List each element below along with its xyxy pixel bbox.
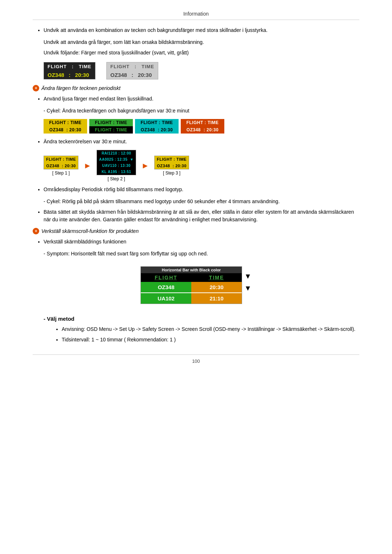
flight-light-data: OZ348 : 20:30 [107,71,158,79]
italic-note-2-text: Verkställ skärmscroll-funktion för produ… [41,228,139,234]
valj-item-2: Tidsintervall: 1 ~ 10 timmar ( Rekommend… [62,336,359,344]
hbar-col1-header: FLIGHT [141,273,191,282]
arrow-1: ► [83,161,91,171]
list-item-5: Bästa sättet att skydda skärmen från bil… [44,208,359,223]
valj-list: Anvisning: OSD Menu -> Set Up -> Safety … [44,325,359,344]
step2-box: RAI1210 : 12:00 AA0025 : 12:35 ▼ UAV110 … [97,150,136,175]
step3-header: FLIGHT : TIME [155,156,189,163]
page-footer: 100 [33,354,359,364]
page-number: 100 [192,358,200,364]
list-item-4: Områdesdisplay Periodisk rörlig bild til… [44,186,359,193]
cc-box-1-header: FLIGHT : TIME [44,119,87,126]
cc-box-3-data: OZ348 : 20:30 [135,126,179,134]
step2-row4: KL A195 : 13:51 [97,169,136,175]
step1-box: FLIGHT : TIME OZ348 : 20:30 [44,156,78,169]
cc-box-4-data: OZ348 : 20:30 [181,126,224,134]
main-list-6: Verkställ skärmbläddrings funktionen [33,238,359,246]
list-item-1: Undvik att använda en kombination av tec… [44,26,359,34]
sub-text-1b: Undvik följande: Färger med stora ljussk… [33,49,359,57]
flight-dark-header: FLIGHT : TIME [44,62,95,71]
page-container: Information Undvik att använda en kombin… [33,0,359,378]
main-list: Undvik att använda en kombination av tec… [33,26,359,34]
valj-section: - Välj metod Anvisning: OSD Menu -> Set … [33,316,359,344]
step2-label: [ Step 2 ] [108,176,125,181]
main-list-4: Områdesdisplay Periodisk rörlig bild til… [33,186,359,193]
hbar-r1-c2: 20:30 [191,282,242,292]
header-title: Information [183,11,209,17]
dash-item-2: - Cykel: Rörlig på bild på skärm tillsam… [33,198,359,205]
flight-box-light: FLIGHT : TIME OZ348 : 20:30 [106,62,158,79]
step2-row2: AA0025 : 12:35 ▼ [97,156,136,163]
flight-dark-data: OZ348 : 20:30 [44,71,95,79]
hbar-data-row-2: UA102 21:10 [141,293,242,304]
list-item-3: Ändra teckenrörelsen var 30:e minut. [44,138,359,145]
cc-box-4: FLIGHT : TIME OZ348 : 20:30 [181,119,224,134]
main-list-3: Ändra teckenrörelsen var 30:e minut. [33,138,359,145]
hbar-header-row: FLIGHT TIME [141,273,242,282]
hbar-arrows: ▼ ▼ [242,262,252,292]
cc-box-4-header: FLIGHT : TIME [181,119,224,126]
step3-label: [ Step 3 ] [163,171,180,176]
hbar-title: Horizontal Bar with Black color [141,267,242,273]
main-list-2: Använd ljusa färger med endast liten lju… [33,95,359,103]
dash-item-3: - Symptom: Horisontellt fält med svart f… [33,250,359,258]
page-header: Information [33,11,359,20]
step-col-1: FLIGHT : TIME OZ348 : 20:30 [ Step 1 ] [44,156,78,176]
cc-box-3-header: FLIGHT : TIME [135,119,179,126]
color-cycle-row: FLIGHT : TIME OZ348 : 20:30 FLIGHT : TIM… [44,119,359,134]
hbar-col2-header: TIME [191,273,242,282]
cc-box-2-header: FLIGHT : TIME [89,119,133,126]
dash-item-1: - Cykel: Ändra teckenfärgen och bakgrund… [33,107,359,115]
hbar-data-row-1: OZ348 20:30 [141,282,242,292]
list-item-6: Verkställ skärmbläddrings funktionen [44,238,359,246]
cc-box-1: FLIGHT : TIME OZ348 : 20:30 [44,119,87,134]
italic-note-2: + Verkställ skärmscroll-funktion för pro… [33,228,359,234]
bullet1-text: Undvik att använda en kombination av tec… [44,27,268,33]
sub-text-1a: Undvik att använda grå färger, som lätt … [33,38,359,46]
flight-light-header: FLIGHT : TIME [107,62,158,71]
arrow-2: ► [141,161,149,171]
step-col-2: RAI1210 : 12:00 AA0025 : 12:35 ▼ UAV110 … [97,150,136,181]
step1-header: FLIGHT : TIME [44,156,78,163]
step-col-3: FLIGHT : TIME OZ348 : 20:30 [ Step 3 ] [154,156,189,176]
flight-box-dark: FLIGHT : TIME OZ348 : 20:30 [44,62,95,79]
hbar-wrapper: Horizontal Bar with Black color FLIGHT T… [33,262,359,308]
list-item-2: Använd ljusa färger med endast liten lju… [44,95,359,103]
arrow-down-1: ▼ [244,272,252,280]
arrow-down-2: ▼ [244,284,252,292]
note-icon-1: + [33,85,39,91]
cc-box-2-data: FLIGHT : TIME [89,126,133,134]
hbar-r1-c1: OZ348 [141,282,191,292]
cc-box-2: FLIGHT : TIME FLIGHT : TIME [89,119,133,134]
italic-note-1-text: Ändra färgen för tecknen periodiskt [41,85,121,91]
italic-note-1: + Ändra färgen för tecknen periodiskt [33,85,359,91]
step-row: FLIGHT : TIME OZ348 : 20:30 [ Step 1 ] ►… [44,150,359,181]
cc-box-1-data: OZ348 : 20:30 [44,126,87,134]
step3-data: OZ348 : 20:30 [155,163,189,169]
valj-item-1: Anvisning: OSD Menu -> Set Up -> Safety … [62,325,359,333]
step2-row1: RAI1210 : 12:00 [97,150,136,156]
cc-box-3: FLIGHT : TIME OZ348 : 20:30 [135,119,179,134]
note-icon-2: + [33,228,39,234]
hbar-r2-c1: UA102 [141,293,191,304]
step1-data: OZ348 : 20:30 [44,163,78,169]
hbar-container: Horizontal Bar with Black color FLIGHT T… [140,266,242,304]
step2-row3: UAV110 : 13:30 [97,163,136,169]
step3-box: FLIGHT : TIME OZ348 : 20:30 [154,156,189,169]
hbar-r2-c2: 21:10 [191,293,242,304]
main-list-5: Bästa sättet att skydda skärmen från bil… [33,208,359,223]
hbar-with-arrows: Horizontal Bar with Black color FLIGHT T… [140,262,252,308]
valj-title: - Välj metod [44,316,359,322]
flight-demo-row: FLIGHT : TIME OZ348 : 20:30 FLIGHT : TIM… [44,62,359,79]
step1-label: [ Step 1 ] [52,171,70,176]
